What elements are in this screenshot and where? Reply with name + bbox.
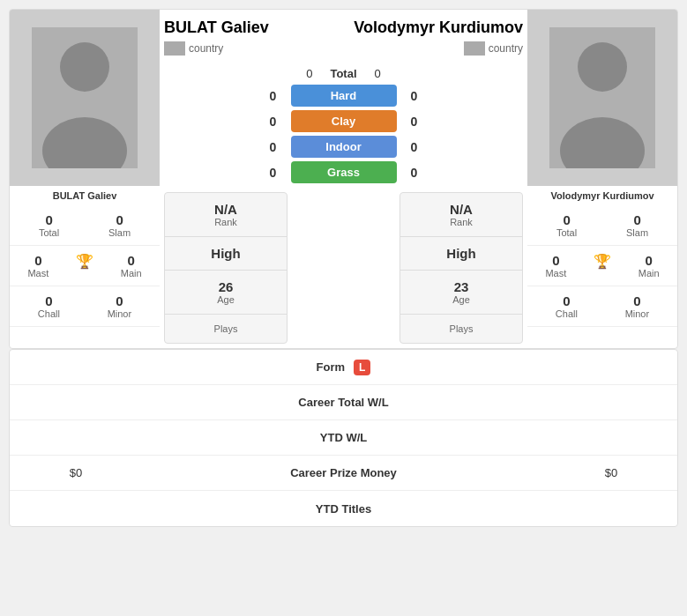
grass-left-score: 0 [265,166,282,180]
right-minor-value: 0 [625,293,650,308]
right-plays-block: Plays [400,315,522,343]
right-mast-main-row: 0 Mast 🏆 0 Main [527,246,677,286]
left-slam-value: 0 [108,212,131,227]
left-mast-cell: 0 Mast [27,253,49,278]
right-player-name: Volodymyr Kurdiumov [354,19,523,37]
clay-right-score: 0 [406,115,423,129]
left-chall-minor-row: 0 Chall 0 Minor [10,286,160,327]
right-stats-panel: N/A Rank High 23 Age Plays [400,192,523,344]
right-age-value: 23 [409,279,513,294]
stats-center [292,192,395,344]
ytd-titles-right [545,500,677,517]
right-country-flag: country [464,41,523,56]
left-main-value: 0 [121,253,142,268]
right-age-label: Age [409,294,513,305]
ytd-wl-label: YTD W/L [142,422,545,453]
total-label: Total [330,67,356,80]
info-section: Form L Career Total W/L YTD W/L $0 Caree… [9,349,678,527]
left-main-label: Main [121,268,142,278]
left-country-label: country [189,42,223,55]
left-mast-main-row: 0 Mast 🏆 0 Main [10,246,160,286]
right-chall-value: 0 [556,293,578,308]
form-row: Form L [10,350,677,385]
right-flag-img [464,41,485,56]
right-total-cell: 0 Total [556,212,577,238]
right-total-value: 0 [556,212,577,227]
main-container: BULAT Galiev 0 Total 0 Slam 0 Mast 🏆 [0,0,687,536]
left-total-slam-row: 0 Total 0 Slam [10,205,160,246]
total-row: 0 Total 0 [160,63,527,80]
right-high-block: High [400,237,522,271]
left-player-photo [10,10,160,186]
left-stats-panel: N/A Rank High 26 Age Plays [164,192,287,344]
career-total-wl-label: Career Total W/L [142,387,545,418]
surface-scores: 0 Hard 0 0 Clay 0 0 Indoor 0 [160,80,527,188]
right-slam-cell: 0 Slam [626,212,648,238]
career-wl-left [10,394,142,412]
left-high-block: High [165,237,287,271]
right-slam-value: 0 [626,212,648,227]
left-age-label: Age [174,294,278,305]
hard-left-score: 0 [265,89,282,103]
left-slam-cell: 0 Slam [108,212,131,238]
hard-row: 0 Hard 0 [164,85,523,107]
left-trophy-icon: 🏆 [76,253,93,278]
right-mast-value: 0 [545,253,566,268]
form-label: Form L [142,351,545,384]
left-country-flag: country [164,41,223,56]
right-total-label: Total [556,227,577,238]
left-total-label: Total [39,227,59,238]
left-plays-value: Plays [174,323,278,334]
left-age-block: 26 Age [165,271,287,315]
indoor-right-score: 0 [406,140,423,154]
right-high-value: High [409,246,513,261]
country-row: country country [160,41,527,63]
right-rank-label: Rank [409,217,513,227]
hard-right-score: 0 [406,89,423,103]
ytd-wl-right [545,429,677,447]
career-prize-label: Career Prize Money [142,457,545,488]
right-trophy-icon: 🏆 [594,253,611,278]
svg-point-4 [578,42,627,92]
right-chall-minor-row: 0 Chall 0 Minor [527,286,677,327]
form-right-value [545,359,677,376]
indoor-button[interactable]: Indoor [291,136,397,158]
left-minor-value: 0 [108,293,132,308]
right-main-label: Main [638,268,660,278]
left-minor-label: Minor [108,308,132,319]
middle-section: BULAT Galiev Volodymyr Kurdiumov country… [160,10,527,348]
indoor-left-score: 0 [265,140,282,154]
left-rank-block: N/A Rank [165,193,287,237]
left-flag-img [164,41,185,56]
right-player-name-below: Volodymyr Kurdiumov [527,186,677,205]
right-chall-cell: 0 Chall [556,293,578,319]
ytd-titles-label: YTD Titles [142,494,545,524]
left-plays-block: Plays [165,315,287,343]
ytd-wl-left [10,429,142,447]
players-header: BULAT Galiev Volodymyr Kurdiumov [160,10,527,41]
career-wl-right [545,394,677,412]
ytd-wl-row: YTD W/L [10,420,677,456]
right-age-block: 23 Age [400,271,522,315]
right-slam-label: Slam [626,227,648,238]
left-mast-label: Mast [27,268,49,278]
left-high-value: High [174,246,278,261]
right-player-photo [527,10,677,186]
ytd-titles-row: YTD Titles [10,491,677,526]
form-text: Form [317,360,346,374]
svg-point-1 [60,42,109,92]
hard-button[interactable]: Hard [291,85,397,107]
clay-button[interactable]: Clay [291,110,397,132]
left-chall-value: 0 [38,293,60,308]
left-total-score: 0 [306,67,312,80]
grass-row: 0 Grass 0 [164,161,523,183]
left-chall-label: Chall [38,308,60,319]
left-total-cell: 0 Total [39,212,59,238]
indoor-row: 0 Indoor 0 [164,136,523,158]
right-rank-value: N/A [409,202,513,217]
right-rank-block: N/A Rank [400,193,522,237]
grass-button[interactable]: Grass [291,161,397,183]
left-mast-value: 0 [27,253,49,268]
left-main-cell: 0 Main [121,253,142,278]
right-minor-label: Minor [625,308,650,319]
